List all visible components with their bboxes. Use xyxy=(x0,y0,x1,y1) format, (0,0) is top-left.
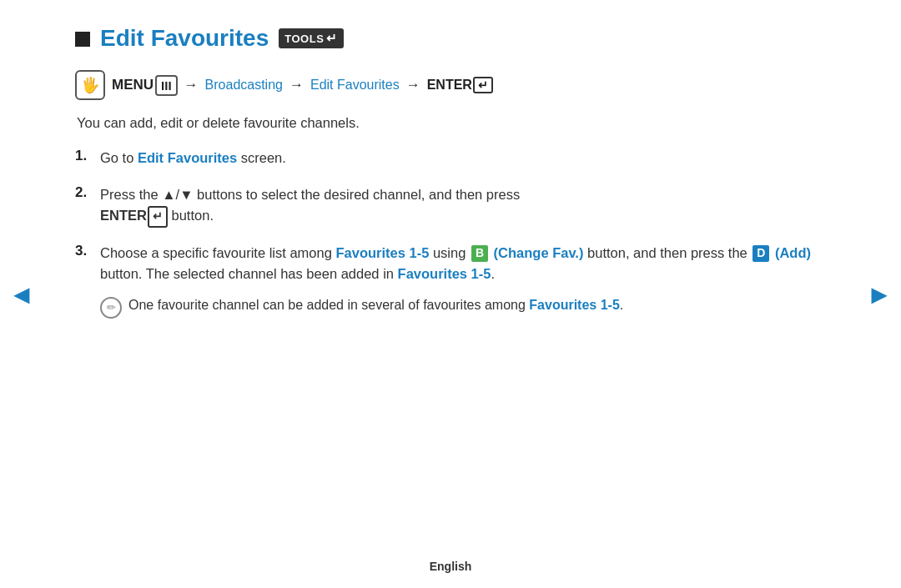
step-2-content: Press the ▲/▼ buttons to select the desi… xyxy=(100,184,826,228)
note-fav-link: Favourites 1-5 xyxy=(529,298,619,312)
note-icon: ✏ xyxy=(100,297,122,319)
steps-list: 1. Go to Edit Favourites screen. 2. Pres… xyxy=(75,148,826,319)
footer: English xyxy=(0,560,901,573)
note-text: One favourite channel can be added in se… xyxy=(128,295,623,316)
page-content: Edit Favourites TOOLS↵ 🖐 MENU III → Broa… xyxy=(0,0,901,359)
arrow-sep-3: → xyxy=(406,77,420,93)
menu-hand-icon: 🖐 xyxy=(81,78,99,93)
title-row: Edit Favourites TOOLS↵ xyxy=(75,25,826,52)
step-3: 3. Choose a specific favourite list amon… xyxy=(75,243,826,319)
menu-path-row: 🖐 MENU III → Broadcasting → Edit Favouri… xyxy=(75,70,826,100)
tools-badge: TOOLS↵ xyxy=(279,28,344,48)
step-1-content: Go to Edit Favourites screen. xyxy=(100,148,826,169)
step-2-num: 2. xyxy=(75,184,100,201)
step-1-link: Edit Favourites xyxy=(138,150,237,165)
btn-d-icon: D xyxy=(753,245,769,262)
btn-b-icon: B xyxy=(471,245,488,262)
tools-arrow-icon: ↵ xyxy=(326,31,338,46)
step-2-enter-icon: ↵ xyxy=(148,206,168,228)
change-fav-link: (Change Fav.) xyxy=(494,245,584,260)
menu-label: MENU xyxy=(112,77,154,93)
footer-language: English xyxy=(430,560,472,573)
description: You can add, edit or delete favourite ch… xyxy=(77,115,826,131)
step-2: 2. Press the ▲/▼ buttons to select the d… xyxy=(75,184,826,228)
broadcasting-link: Broadcasting xyxy=(205,78,283,93)
enter-bold: ENTER xyxy=(100,208,147,223)
nav-arrow-left[interactable]: ◄ xyxy=(8,279,35,309)
enter-icon: ↵ xyxy=(473,77,493,93)
step-1-num: 1. xyxy=(75,148,100,164)
page-title: Edit Favourites xyxy=(100,25,269,52)
tools-label: TOOLS xyxy=(284,33,324,45)
step-3-fav-link1: Favourites 1-5 xyxy=(335,245,429,260)
nav-arrow-right[interactable]: ► xyxy=(866,279,893,309)
step-3-content: Choose a specific favourite list among F… xyxy=(100,243,826,319)
menu-icon-box: 🖐 xyxy=(75,70,105,100)
enter-label: ENTER xyxy=(427,78,472,93)
arrow-sep-2: → xyxy=(289,77,304,93)
note-row: ✏ One favourite channel can be added in … xyxy=(100,295,826,319)
arrow-sep-1: → xyxy=(184,77,199,93)
step-1: 1. Go to Edit Favourites screen. xyxy=(75,148,826,169)
step-3-fav-link2: Favourites 1-5 xyxy=(398,266,491,281)
step-3-num: 3. xyxy=(75,243,100,259)
menu-box-label: III xyxy=(155,75,178,96)
edit-favourites-menu-link: Edit Favourites xyxy=(310,78,400,93)
title-square-icon xyxy=(75,32,90,47)
add-link: (Add) xyxy=(775,245,811,260)
